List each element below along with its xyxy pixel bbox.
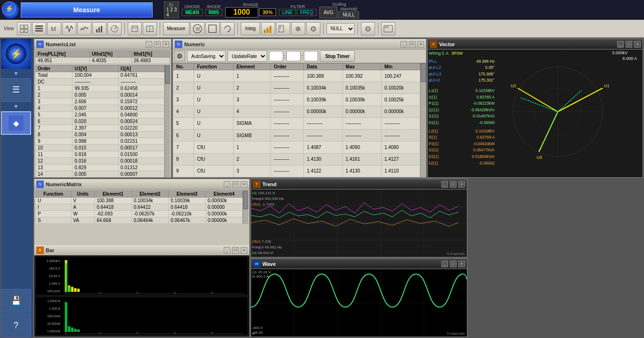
bar-minimize[interactable]: _ <box>224 247 230 254</box>
nl-maximize[interactable]: □ <box>154 41 161 48</box>
w-minimize[interactable]: _ <box>441 261 448 267</box>
bar-close[interactable]: × <box>241 247 247 254</box>
spinner-2[interactable]: 0 <box>286 51 301 61</box>
tb-bar-btn[interactable] <box>92 22 106 35</box>
numeric-row-8-col-2: 3 <box>234 165 271 177</box>
spinner-1[interactable]: 0 <box>269 51 283 61</box>
nm-minimize[interactable]: _ <box>224 181 230 188</box>
updaterate-select[interactable]: UpdateRate <box>228 50 267 62</box>
sidebar-arrow-down2[interactable]: ▼ <box>1 103 31 110</box>
maxhold-null-button[interactable]: NULL <box>338 11 359 18</box>
umode-button[interactable]: MEAN <box>182 9 202 16</box>
measure-button[interactable]: Measure <box>163 22 190 35</box>
order-row-8-col-1: 2.397 <box>73 125 119 132</box>
scaling-block: Scaling AVG MaxHold NULL <box>319 2 359 18</box>
svg-rect-6 <box>35 25 43 27</box>
numeric-row-6-col-2: 1 <box>234 141 271 153</box>
v-minimize[interactable]: _ <box>617 41 624 48</box>
numeric-row-1-col-1: U <box>194 82 234 94</box>
tb-circle-btn[interactable]: W <box>190 22 204 35</box>
t-maximize[interactable]: □ <box>450 181 457 188</box>
sidebar-btn-save[interactable]: 💾 <box>1 289 31 313</box>
tb-square-btn[interactable] <box>205 22 220 35</box>
tb-trend-btn[interactable] <box>77 22 91 35</box>
tb-gear2-btn[interactable]: ⚙ <box>306 22 320 35</box>
nm-row-1-col-1: A <box>71 204 95 211</box>
list-item: 32.6060.15972 <box>36 99 164 105</box>
integ-button[interactable]: Integ <box>241 22 260 35</box>
tb-wave-btn[interactable] <box>62 22 76 35</box>
tb-layout-btn[interactable] <box>143 22 157 35</box>
nm-maximize[interactable]: □ <box>232 181 239 188</box>
v-close[interactable]: × <box>634 41 641 48</box>
sidebar-arrow-down1[interactable]: ▼ <box>1 70 31 77</box>
nm-scrollbar[interactable] <box>243 190 248 224</box>
tb-sep4 <box>323 22 324 35</box>
w-close[interactable]: × <box>458 261 465 267</box>
null-select[interactable]: NULL <box>326 23 355 34</box>
app-logo[interactable]: ⚡ <box>2 1 19 18</box>
tb-bar2-btn[interactable] <box>261 22 275 35</box>
bottom-panels-row: N NumericMatrix _ □ × Function Units <box>34 179 643 337</box>
tb-vector-btn[interactable] <box>107 22 122 35</box>
svg-text:10: 10 <box>99 291 102 294</box>
tb-matrix-btn[interactable]: M <box>47 22 61 35</box>
tb-config-btn[interactable] <box>128 22 142 35</box>
svg-text:☰: ☰ <box>12 85 20 94</box>
svg-rect-24 <box>267 28 269 33</box>
t-close[interactable]: × <box>458 181 465 188</box>
t-minimize[interactable]: _ <box>441 181 448 188</box>
tb-rotate-btn[interactable] <box>220 22 235 35</box>
num-th-5: Max <box>342 64 381 70</box>
list-item: 140.0050.00007 <box>36 171 164 178</box>
sidebar-btn-1[interactable]: ☰ <box>1 78 31 102</box>
numeric-icon: N <box>175 41 182 48</box>
imode-block: IMODE RMS <box>205 4 222 16</box>
list-item: 130.8290.01312 <box>36 165 164 171</box>
w-maximize[interactable]: □ <box>450 261 457 267</box>
v-maximize[interactable]: □ <box>626 41 632 48</box>
nm-close[interactable]: × <box>241 181 247 188</box>
nl-close[interactable]: × <box>163 41 169 48</box>
nm-header: N NumericMatrix _ □ × <box>34 179 249 190</box>
bar-title: Bar <box>46 247 222 253</box>
orders-scrollbar[interactable] <box>164 65 170 177</box>
tb-grid-btn[interactable] <box>17 22 31 35</box>
tb-list-btn[interactable] <box>32 22 46 35</box>
spinner-3[interactable]: 2 <box>304 51 318 61</box>
sidebar-btn-2[interactable]: ◆ <box>1 111 31 135</box>
trend-icon: T <box>253 181 261 188</box>
table-row: 6USIGMB---------------------------------… <box>173 130 420 141</box>
nm-scrollbar-thumb[interactable] <box>243 190 248 209</box>
nl-minimize[interactable]: _ <box>146 41 152 48</box>
nm-row-0-col-5: 0.00000k <box>205 198 243 204</box>
filter-freq-button[interactable]: FREQ <box>297 9 317 16</box>
tb-settings-btn[interactable]: ⚙ <box>361 22 375 35</box>
order-row-4-col-1: 2.606 <box>73 99 119 105</box>
numeric-row-8-col-5: 1.4130 <box>342 165 381 177</box>
orders-scrollbar-thumb[interactable] <box>165 65 170 84</box>
order-row-0-col-0: Total <box>36 72 73 79</box>
measure-title-button[interactable]: Measure <box>21 2 153 17</box>
numeric-gear-button[interactable]: ⚙ <box>174 50 185 62</box>
n-close[interactable]: × <box>417 41 424 48</box>
tb-capture-btn[interactable] <box>381 22 395 35</box>
tb-power-btn[interactable] <box>276 22 290 35</box>
numeric-row-7-col-0: 8 <box>173 153 194 165</box>
sidebar-logo[interactable]: ⚡ <box>1 39 31 69</box>
bar-maximize[interactable]: □ <box>232 247 239 254</box>
n-maximize[interactable]: □ <box>409 41 416 48</box>
trend-labels-bottom: CfU1 7.236 FreqUI 49.982 Hz U1 99.643 V <box>252 239 282 256</box>
n-minimize[interactable]: _ <box>400 41 407 48</box>
sidebar-btn-help[interactable]: ? <box>1 313 31 337</box>
order-row-10-col-1: 0.998 <box>73 138 119 145</box>
vector-kv-label: 3.000kV <box>612 50 628 55</box>
scaling-avg-button[interactable]: AVG <box>319 7 337 18</box>
filter-line-button[interactable]: LINE <box>279 9 296 16</box>
stop-timer-button[interactable]: Stop Timer <box>320 50 355 62</box>
numeric-scrollbar[interactable] <box>420 63 426 177</box>
autosaving-select[interactable]: AutoSaving <box>187 50 226 62</box>
imode-button[interactable]: RMS <box>205 9 222 16</box>
numeric-scrollbar-thumb[interactable] <box>421 63 426 82</box>
tb-snowflake-btn[interactable]: ❄ <box>291 22 305 35</box>
